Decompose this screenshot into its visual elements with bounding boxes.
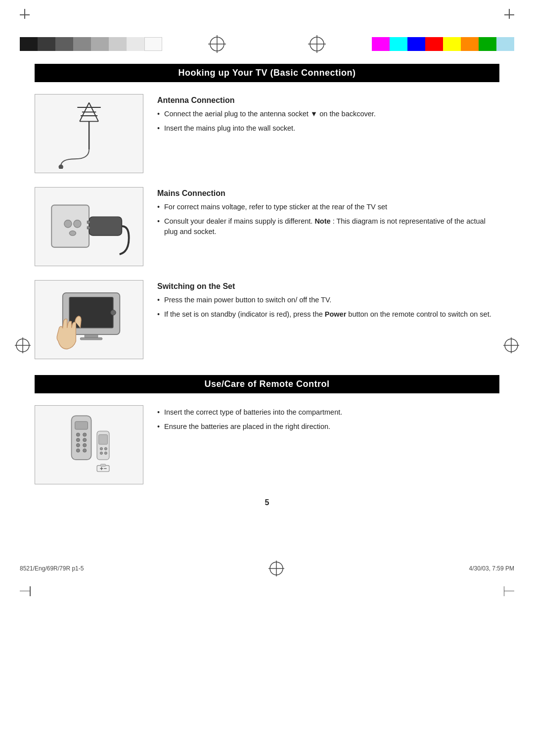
svg-rect-28 [75, 422, 88, 429]
mains-text: Mains Connection For correct mains volta… [157, 187, 499, 241]
antenna-bullet-2: Insert the mains plug into the wall sock… [157, 123, 499, 134]
switching-section: Switching on the Set Press the main powe… [35, 280, 499, 359]
svg-point-33 [76, 444, 80, 447]
antenna-illustration [35, 94, 143, 173]
mains-illustration [35, 187, 143, 266]
svg-rect-20 [87, 221, 90, 224]
color-bars-right [372, 37, 514, 51]
mains-bullets: For correct mains voltage, refer to type… [157, 202, 499, 237]
color-bars-row [0, 20, 534, 59]
svg-rect-25 [80, 338, 102, 340]
antenna-text: Antenna Connection Connect the aerial pl… [157, 94, 499, 138]
switching-text: Switching on the Set Press the main powe… [157, 280, 499, 324]
svg-point-18 [69, 231, 76, 236]
side-crosshair-left [14, 336, 32, 356]
switching-bullet-2: If the set is on standby (indicator is r… [157, 309, 499, 320]
color-bars-left [20, 37, 162, 51]
remote-text: Insert the correct type of batteries int… [157, 405, 499, 436]
svg-point-40 [104, 448, 107, 450]
svg-rect-38 [99, 435, 108, 445]
switching-bullets: Press the main power button to switch on… [157, 295, 499, 320]
svg-point-35 [76, 449, 80, 452]
svg-point-17 [74, 220, 81, 228]
antenna-bullet-1: Connect the aerial plug to the antenna s… [157, 109, 499, 119]
footer-right: 4/30/03, 7:59 PM [469, 565, 514, 572]
svg-point-13 [58, 165, 63, 169]
mains-title: Mains Connection [157, 189, 499, 198]
svg-point-29 [76, 433, 80, 436]
remote-bullets: Insert the correct type of batteries int… [157, 407, 499, 432]
antenna-title: Antenna Connection [157, 96, 499, 105]
mains-bullet-2: Consult your dealer if mains supply is d… [157, 216, 499, 237]
remote-illustration [35, 405, 143, 484]
svg-rect-44 [100, 464, 106, 466]
remote-bullet-1: Insert the correct type of batteries int… [157, 407, 499, 418]
footer-crosshair [267, 560, 285, 577]
svg-point-36 [83, 449, 87, 452]
antenna-bullets: Connect the aerial plug to the antenna s… [157, 109, 499, 134]
mains-bullet-1: For correct mains voltage, refer to type… [157, 202, 499, 212]
svg-point-16 [64, 220, 72, 228]
svg-point-34 [83, 444, 87, 447]
switching-bullet-1: Press the main power button to switch on… [157, 295, 499, 305]
remote-section: Insert the correct type of batteries int… [35, 405, 499, 484]
remote-bullet-2: Ensure the batteries are placed in the r… [157, 422, 499, 432]
svg-point-32 [83, 438, 87, 442]
antenna-section: Antenna Connection Connect the aerial pl… [35, 94, 499, 173]
footer: 8521/Eng/69R/79R p1-5 4/30/03, 7:59 PM [0, 551, 534, 586]
svg-point-42 [104, 452, 107, 455]
svg-rect-21 [87, 227, 90, 229]
svg-rect-19 [89, 217, 122, 236]
section1-heading: Hooking up Your TV (Basic Connection) [35, 64, 499, 82]
footer-left: 8521/Eng/69R/79R p1-5 [20, 565, 84, 572]
switching-title: Switching on the Set [157, 282, 499, 291]
crosshair-left [192, 34, 242, 54]
svg-point-39 [100, 448, 102, 450]
svg-point-31 [76, 438, 80, 442]
page-number: 5 [35, 498, 499, 507]
svg-point-30 [83, 433, 87, 436]
svg-point-41 [100, 452, 102, 455]
crosshair-right [292, 34, 342, 54]
switching-illustration [35, 280, 143, 359]
svg-point-26 [111, 310, 116, 316]
section2-heading: Use/Care of Remote Control [35, 375, 499, 393]
side-crosshair-right [502, 336, 520, 356]
mains-section: Mains Connection For correct mains volta… [35, 187, 499, 266]
